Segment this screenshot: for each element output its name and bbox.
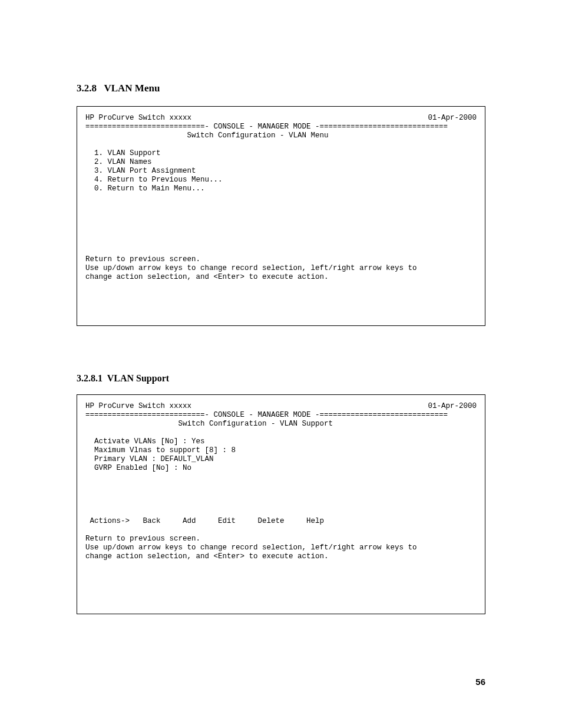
console-date-2: 01-Apr-2000 [428, 402, 477, 411]
console-device-2: HP ProCurve Switch xxxxx [85, 402, 191, 411]
console-footer-3: change action selection, and <Enter> to … [85, 273, 329, 281]
menu-item-3: 3. VLAN Port Assignment [85, 167, 196, 175]
console-box-vlan-support: HP ProCurve Switch xxxxx01-Apr-2000=====… [77, 394, 485, 614]
console-subtitle: Switch Configuration - VLAN Menu [85, 131, 329, 140]
config-line-4: GVRP Enabled [No] : No [85, 464, 191, 472]
config-line-3: Primary VLAN : DEFAULT_VLAN [85, 455, 214, 463]
console-subtitle-2: Switch Configuration - VLAN Support [85, 420, 333, 428]
menu-item-0: 0. Return to Main Menu... [85, 185, 205, 193]
section-heading-2: 3.2.8.1 VLAN Support [77, 373, 485, 384]
console-footer-1b: Return to previous screen. [85, 535, 200, 543]
page-number: 56 [475, 677, 485, 687]
actions-row: Actions-> Back Add Edit Delete Help [85, 517, 324, 525]
menu-item-1: 1. VLAN Support [85, 149, 161, 157]
console-device: HP ProCurve Switch xxxxx [85, 114, 191, 123]
section-heading-1: 3.2.8 VLAN Menu [77, 83, 485, 94]
console-divider: ===========================- CONSOLE - M… [85, 123, 448, 131]
subsection-title: VLAN Support [107, 373, 169, 383]
console-footer-3b: change action selection, and <Enter> to … [85, 552, 329, 561]
config-line-2: Maximum Vlnas to support [8] : 8 [85, 446, 236, 454]
console-divider-2: ===========================- CONSOLE - M… [85, 411, 448, 419]
console-footer-2: Use up/down arrow keys to change record … [85, 264, 417, 272]
config-line-1: Activate VLANs [No] : Yes [85, 437, 205, 446]
console-footer-2b: Use up/down arrow keys to change record … [85, 543, 417, 552]
console-date: 01-Apr-2000 [428, 114, 477, 123]
console-footer-1: Return to previous screen. [85, 255, 200, 263]
section-title: VLAN Menu [104, 83, 160, 94]
subsection-number: 3.2.8.1 [77, 373, 103, 383]
menu-item-4: 4. Return to Previous Menu... [85, 176, 223, 184]
console-box-vlan-menu: HP ProCurve Switch xxxxx01-Apr-2000=====… [77, 106, 485, 326]
section-number: 3.2.8 [77, 83, 97, 94]
menu-item-2: 2. VLAN Names [85, 158, 152, 166]
